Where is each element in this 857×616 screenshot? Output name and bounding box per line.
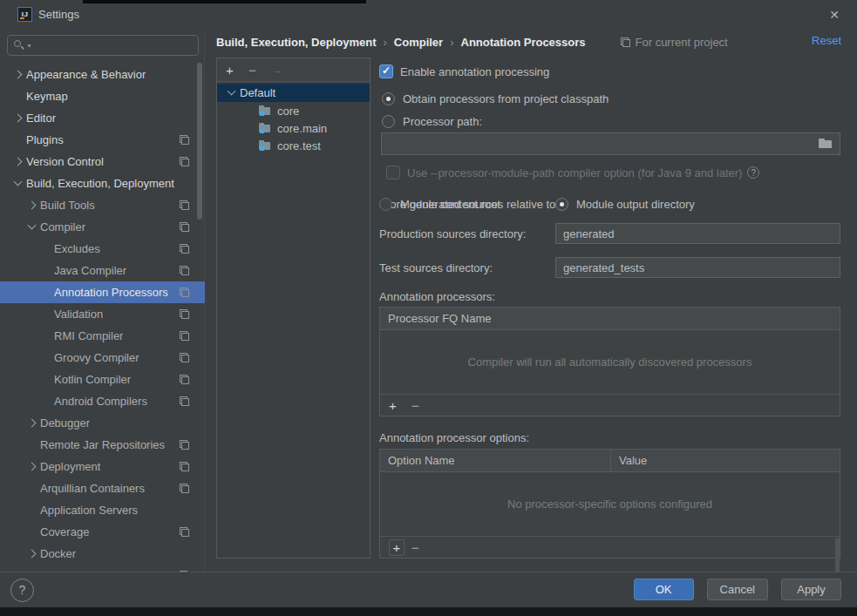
sidebar-item-rmi-compiler[interactable]: RMI Compiler [0,325,205,347]
sidebar-item-label: Docker [40,543,76,565]
add-option-icon[interactable]: + [389,539,405,556]
chevron-right-icon[interactable] [26,194,40,216]
browse-folder-icon[interactable] [819,139,833,149]
shared-settings-icon [180,527,189,537]
sidebar-item-debugger[interactable]: Debugger [0,412,205,434]
sidebar-item-arquillian-containers[interactable]: Arquillian Containers [0,477,205,499]
breadcrumb-item[interactable]: Annotation Processors [461,36,586,49]
test-dir-field[interactable]: generated_tests [555,257,840,278]
chevron-right-icon[interactable] [26,543,40,565]
profile-default-row[interactable]: Default [217,84,370,102]
breadcrumb-separator: › [450,36,453,49]
module-icon [259,140,272,151]
sidebar-item-editor[interactable]: Editor [0,107,205,129]
search-icon [13,39,25,51]
chevron-down-icon[interactable] [12,173,26,194]
sidebar-item-label: Coverage [40,521,89,543]
chevron-right-icon[interactable] [12,64,26,85]
obtain-classpath-radio[interactable] [382,92,395,105]
obtain-classpath-label: Obtain processors from project classpath [403,92,609,105]
production-dir-field[interactable]: generated [555,223,840,244]
breadcrumb-separator: › [383,36,386,49]
chevron-spacer [12,129,26,151]
processors-table-empty-text: Compiler will run all automatically disc… [380,330,840,394]
chevron-down-icon[interactable] [226,82,240,104]
move-module-icon[interactable]: → [271,64,294,77]
options-table-empty-text: No processor-specific options configured [380,472,840,536]
sidebar-item-groovy-compiler[interactable]: Groovy Compiler [0,347,205,369]
sidebar-item-docker[interactable]: Docker [0,543,205,565]
settings-search-box[interactable]: ▼ [7,35,199,56]
processor-path-input[interactable] [389,138,819,151]
module-label: core.main [277,122,327,135]
sidebar-item-build-execution-deployment[interactable]: Build, Execution, Deployment [0,173,205,194]
remove-profile-icon[interactable]: − [248,63,271,78]
chevron-down-icon[interactable] [26,216,40,238]
remove-processor-icon[interactable]: − [411,398,434,413]
sidebar-item-label: Application Servers [40,499,138,521]
enable-processing-checkbox[interactable] [379,64,393,78]
module-item-core[interactable]: core [217,102,370,119]
profiles-toolbar: + − → [217,58,370,82]
chevron-spacer [40,347,54,369]
search-input[interactable] [32,39,198,52]
profiles-panel: + − → Default corecore.maincore.test [216,58,371,558]
sidebar-item-appearance-behavior[interactable]: Appearance & Behavior [0,64,205,85]
chevron-spacer [40,303,54,325]
sidebar-item-compiler[interactable]: Compiler [0,216,205,238]
chevron-right-icon[interactable] [12,107,26,129]
shared-settings-icon [180,331,189,341]
sidebar-item-gradle-android-compiler[interactable]: Gradle-Android Compiler [0,565,205,572]
sidebar-item-java-compiler[interactable]: Java Compiler [0,260,205,281]
sidebar-item-validation[interactable]: Validation [0,303,205,325]
sidebar-item-plugins[interactable]: Plugins [0,129,205,151]
chevron-right-icon[interactable] [12,151,26,173]
sidebar-item-keymap[interactable]: Keymap [0,85,205,107]
close-icon[interactable]: ✕ [826,6,843,24]
sidebar-item-deployment[interactable]: Deployment [0,456,205,477]
breadcrumb-item[interactable]: Build, Execution, Deployment [216,36,376,49]
settings-main-panel: Build, Execution, Deployment › Compiler … [206,30,857,572]
sidebar-item-android-compilers[interactable]: Android Compilers [0,390,205,412]
processors-table-header: Processor FQ Name [380,308,840,330]
processor-path-field[interactable] [381,132,840,155]
window-bottom-edge [0,607,857,616]
sidebar-item-label: Build, Execution, Deployment [26,173,174,194]
processor-path-radio[interactable] [382,115,395,128]
dialog-buttons: OK Cancel Apply [621,579,841,600]
chevron-right-icon[interactable] [26,412,40,434]
cancel-button[interactable]: Cancel [707,579,768,600]
sidebar-item-label: Android Compilers [54,390,147,412]
sidebar-item-kotlin-compiler[interactable]: Kotlin Compiler [0,369,205,390]
chevron-spacer [40,369,54,390]
shared-settings-icon [180,135,189,145]
ok-button[interactable]: OK [634,579,694,600]
sidebar-item-application-servers[interactable]: Application Servers [0,499,205,521]
module-item-core-main[interactable]: core.main [217,119,370,137]
sidebar-item-annotation-processors[interactable]: Annotation Processors [0,281,205,303]
module-path-option-checkbox[interactable] [386,166,400,179]
sidebar-item-build-tools[interactable]: Build Tools [0,194,205,216]
sidebar-item-excludes[interactable]: Excludes [0,238,205,260]
window-title: Settings [38,8,79,21]
reset-link[interactable]: Reset [812,34,841,47]
help-button[interactable]: ? [10,579,34,602]
apply-button[interactable]: Apply [781,579,841,600]
settings-sidebar: ▼ Appearance & BehaviorKeymapEditorPlugi… [0,30,205,572]
processor-path-label: Processor path: [403,115,482,128]
sidebar-item-version-control[interactable]: Version Control [0,151,205,173]
module-item-core-test[interactable]: core.test [217,137,370,154]
sidebar-item-remote-jar-repositories[interactable]: Remote Jar Repositories [0,434,205,456]
remove-option-icon[interactable]: − [411,540,434,555]
breadcrumb-item[interactable]: Compiler [394,36,443,49]
sidebar-item-coverage[interactable]: Coverage [0,521,205,543]
enable-processing-row: Enable annotation processing [379,64,549,78]
module-content-radio[interactable] [379,198,392,211]
test-dir-value: generated_tests [563,261,644,274]
sidebar-scrollbar[interactable] [197,63,202,220]
add-processor-icon[interactable]: + [389,398,411,413]
help-icon[interactable]: ? [747,166,759,179]
add-profile-icon[interactable]: + [226,63,248,78]
option-value-header: Value [611,450,647,472]
chevron-right-icon[interactable] [26,456,40,477]
